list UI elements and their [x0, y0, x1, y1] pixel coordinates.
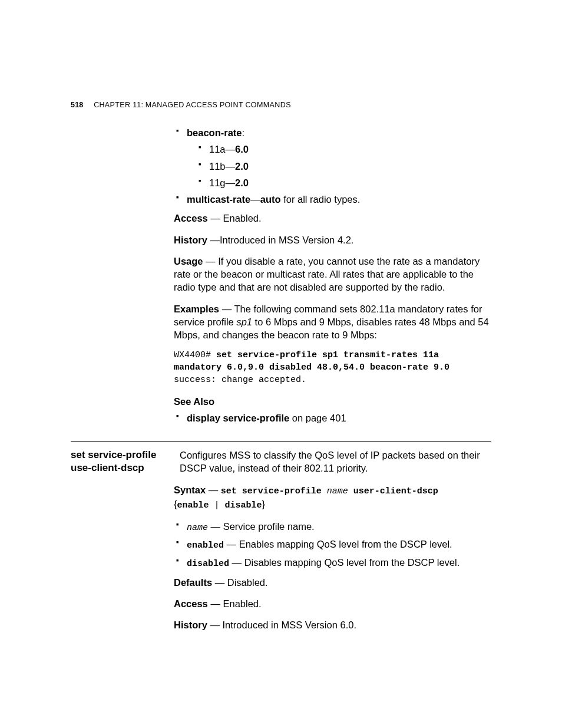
see-also-page-ref: on page 401 — [289, 413, 346, 423]
see-also-list: display service-profile on page 401 — [174, 411, 491, 424]
beacon-11b-val: 2.0 — [235, 161, 249, 172]
beacon-11g-val: 2.0 — [235, 177, 249, 188]
sec2-defaults-line: Defaults — Disabled. — [174, 576, 491, 589]
sec2-defaults-text: — Disabled. — [212, 577, 267, 588]
section-divider — [71, 441, 491, 442]
access-label: Access — [174, 213, 208, 223]
command-section: set service-profile use-client-dscp Conf… — [174, 449, 491, 483]
sec2-access-label: Access — [174, 598, 208, 609]
beacon-11b-pre: 11b— — [209, 161, 235, 172]
param-name: name — Service profile name. — [174, 520, 491, 534]
param-enabled-text: — Enables mapping QoS level from the DSC… — [224, 539, 452, 549]
param-disabled: disabled — Disables mapping QoS level fr… — [174, 556, 491, 570]
code-result: success: change accepted. — [174, 375, 306, 385]
see-also-item: display service-profile on page 401 — [174, 411, 491, 424]
page-number: 518 — [71, 101, 83, 109]
syntax-label: Syntax — [174, 485, 206, 495]
examples-paragraph: Examples — The following command sets 80… — [174, 302, 491, 342]
syntax-dash: — — [206, 485, 221, 495]
syntax-cmd-post: user-client-dscp — [348, 486, 438, 496]
sec2-history-label: History — [174, 620, 207, 630]
beacon-11b: 11b—2.0 — [197, 160, 491, 173]
history-text: —Introduced in MSS Version 4.2. — [207, 235, 354, 245]
command-description: Configures MSS to classify the QoS level… — [180, 449, 491, 483]
multicast-rate-item: multicast-rate—auto for all radio types. — [174, 193, 491, 206]
beacon-11a-pre: 11a— — [209, 144, 235, 154]
multicast-rate-dash: — — [250, 194, 260, 205]
running-header: 518 CHAPTER 11: MANAGED ACCESS POINT COM… — [71, 100, 291, 110]
param-enabled-code: enabled — [187, 541, 224, 551]
beacon-11a-val: 6.0 — [235, 144, 249, 154]
syntax-pipe: | — [209, 500, 225, 510]
command-title: set service-profile use-client-dscp — [71, 449, 180, 475]
syntax-enable: enable — [177, 500, 209, 510]
syntax-cmd-pre: set service-profile — [221, 486, 327, 496]
code-prompt: WX4400# — [174, 350, 216, 360]
beacon-rate-colon: : — [242, 127, 245, 138]
sec2-access-text: — Enabled. — [208, 598, 262, 609]
sec2-access-line: Access — Enabled. — [174, 597, 491, 610]
page: 518 CHAPTER 11: MANAGED ACCESS POINT COM… — [0, 0, 562, 728]
param-enabled: enabled — Enables mapping QoS level from… — [174, 538, 491, 552]
usage-label: Usage — [174, 256, 203, 266]
syntax-brace-close: } — [262, 499, 266, 509]
examples-label: Examples — [174, 304, 219, 314]
see-also-heading: See Also — [174, 395, 491, 408]
param-disabled-text: — Disables mapping QoS level from the DS… — [229, 557, 459, 568]
history-line: History —Introduced in MSS Version 4.2. — [174, 233, 491, 246]
beacon-rate-label: beacon-rate — [187, 127, 242, 138]
usage-paragraph: Usage — If you disable a rate, you canno… — [174, 255, 491, 294]
see-also-link-text: display service-profile — [187, 413, 289, 423]
param-name-code: name — [187, 523, 208, 533]
beacon-11g-pre: 11g— — [209, 177, 235, 188]
param-name-text: — Service profile name. — [208, 521, 315, 532]
examples-sp1: sp1 — [236, 317, 252, 327]
multicast-rate-label: multicast-rate — [187, 194, 250, 205]
example-code-block: WX4400# set service-profile sp1 transmit… — [174, 350, 491, 386]
param-disabled-code: disabled — [187, 559, 229, 569]
body-column: beacon-rate: 11a—6.0 11b—2.0 11g—2.0 mul… — [174, 126, 491, 632]
history-label: History — [174, 235, 207, 245]
syntax-line: Syntax — set service-profile name user-c… — [174, 483, 491, 512]
syntax-name-token: name — [327, 486, 348, 496]
syntax-disable: disable — [225, 500, 262, 510]
beacon-11g: 11g—2.0 — [197, 176, 491, 189]
rates-list: beacon-rate: 11a—6.0 11b—2.0 11g—2.0 mul… — [174, 126, 491, 206]
sec2-history-line: History — Introduced in MSS Version 6.0. — [174, 618, 491, 631]
param-list: name — Service profile name. enabled — E… — [174, 520, 491, 570]
multicast-rate-val: auto — [260, 194, 281, 205]
sec2-defaults-label: Defaults — [174, 577, 212, 588]
chapter-label: CHAPTER 11: MANAGED ACCESS POINT COMMAND… — [94, 101, 291, 109]
sec2-history-text: — Introduced in MSS Version 6.0. — [207, 620, 356, 630]
usage-text: — If you disable a rate, you cannot use … — [174, 256, 480, 293]
multicast-rate-suffix: for all radio types. — [281, 194, 361, 205]
sec2-desc: Configures MSS to classify the QoS level… — [180, 449, 491, 475]
access-line: Access — Enabled. — [174, 212, 491, 225]
access-text: — Enabled. — [208, 213, 262, 223]
beacon-rate-sublist: 11a—6.0 11b—2.0 11g—2.0 — [197, 143, 491, 189]
beacon-11a: 11a—6.0 — [197, 143, 491, 156]
beacon-rate-item: beacon-rate: 11a—6.0 11b—2.0 11g—2.0 — [174, 126, 491, 189]
